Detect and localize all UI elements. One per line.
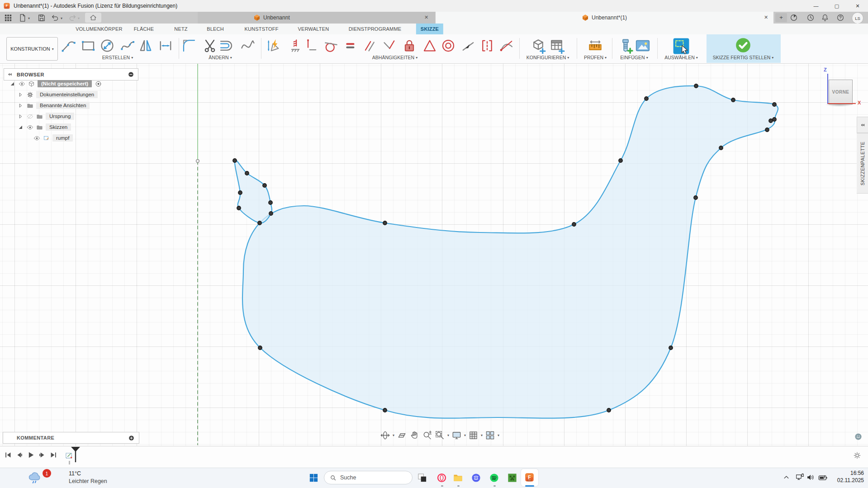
job-status-icon[interactable] bbox=[806, 14, 815, 22]
tab-dienstprogramme[interactable]: DIENSTPROGRAMME bbox=[344, 24, 406, 34]
hide-panel-icon[interactable] bbox=[128, 71, 134, 78]
fit-zoom-icon[interactable] bbox=[435, 430, 445, 441]
browser-row-sketches[interactable]: Skizzen bbox=[4, 122, 71, 133]
pan-icon[interactable] bbox=[409, 430, 420, 441]
edit-curve-tool-icon[interactable] bbox=[239, 38, 257, 54]
expand-closed-icon[interactable] bbox=[17, 102, 24, 109]
close-tab1-icon[interactable]: ✕ bbox=[423, 14, 430, 21]
construction-dropdown[interactable]: KONSTRUKTION▾ bbox=[6, 37, 58, 61]
new-tab-button[interactable]: + bbox=[775, 13, 787, 22]
eye-icon[interactable] bbox=[19, 81, 25, 87]
tab-netz[interactable]: NETZ bbox=[170, 24, 192, 34]
browser-row-label[interactable]: rumpf bbox=[52, 134, 73, 142]
timeline-go-end-icon[interactable] bbox=[49, 450, 58, 460]
midpoint-constraint-icon[interactable] bbox=[459, 38, 477, 54]
rectangle-tool-icon[interactable] bbox=[79, 38, 97, 54]
tab-volumenkoerper[interactable]: VOLUMENKÖRPER bbox=[71, 24, 127, 34]
document-tab-unbenannt[interactable] bbox=[198, 12, 435, 24]
horizontal-vertical-constraint-icon[interactable] bbox=[302, 38, 320, 54]
assistant-icon[interactable] bbox=[854, 432, 863, 441]
grid-settings-icon[interactable] bbox=[468, 430, 479, 441]
opera-gx-icon[interactable] bbox=[436, 473, 447, 483]
undo-caret-icon[interactable]: ▾ bbox=[61, 16, 62, 20]
account-avatar[interactable]: LS bbox=[852, 12, 863, 24]
weather-temperature[interactable]: 11°C bbox=[69, 470, 81, 477]
circle-tool-icon[interactable] bbox=[98, 38, 116, 54]
tab-kunststoff[interactable]: KUNSTSTOFF bbox=[240, 24, 283, 34]
orbit-icon[interactable] bbox=[380, 430, 390, 441]
expand-palette-button[interactable] bbox=[857, 117, 868, 133]
curvature-constraint-icon[interactable] bbox=[498, 38, 516, 54]
browser-row-rumpf[interactable]: rumpf bbox=[4, 133, 73, 143]
select-tool-icon[interactable] bbox=[671, 36, 691, 56]
expand-open-icon[interactable] bbox=[9, 81, 16, 87]
discord-icon[interactable] bbox=[471, 473, 481, 483]
dimension-tool-icon[interactable] bbox=[157, 38, 175, 54]
redo-caret-icon[interactable]: ▾ bbox=[78, 16, 80, 20]
browser-row-origin[interactable]: Ursprung bbox=[4, 111, 74, 122]
tray-chevron-up-icon[interactable] bbox=[783, 474, 790, 481]
spotify-icon[interactable] bbox=[489, 473, 499, 483]
browser-row-label[interactable]: Dokumenteinstellungen bbox=[36, 91, 98, 98]
viewcube[interactable]: VORNE bbox=[829, 80, 853, 104]
sketch-dimension-icon[interactable] bbox=[265, 38, 283, 54]
trim-tool-icon[interactable] bbox=[201, 38, 219, 54]
network-icon[interactable] bbox=[795, 473, 805, 482]
perpendicular-constraint-icon[interactable] bbox=[380, 38, 398, 54]
taskview-icon[interactable] bbox=[417, 473, 427, 483]
fix-constraint-icon[interactable] bbox=[400, 38, 418, 54]
weather-icon[interactable] bbox=[26, 470, 43, 485]
tangent-constraint-icon[interactable] bbox=[322, 38, 340, 54]
insert-image-icon[interactable] bbox=[634, 38, 652, 54]
search-input[interactable]: Suche bbox=[324, 471, 413, 484]
timeline-go-start-icon[interactable] bbox=[4, 450, 13, 460]
home-view-button[interactable] bbox=[85, 13, 101, 23]
timeline-play-icon[interactable] bbox=[26, 450, 35, 460]
mirror-tool-icon[interactable] bbox=[137, 38, 155, 54]
line-tool-icon[interactable] bbox=[60, 38, 78, 54]
browser-row-label[interactable]: Benannte Ansichten bbox=[36, 102, 90, 109]
help-icon[interactable] bbox=[836, 14, 844, 22]
group-auswaehlen[interactable]: AUSWÄHLEN▾ bbox=[664, 55, 698, 60]
browser-row-label[interactable]: Skizzen bbox=[46, 123, 71, 131]
redo-icon[interactable] bbox=[68, 14, 77, 22]
browser-row-label[interactable]: (Nicht gespeichert) bbox=[38, 80, 92, 87]
notifications-bell-icon[interactable] bbox=[821, 14, 829, 22]
undo-icon[interactable] bbox=[51, 14, 60, 22]
concentric-constraint-icon[interactable] bbox=[439, 38, 457, 54]
offset-tool-icon[interactable] bbox=[217, 38, 235, 54]
eye-icon[interactable] bbox=[27, 124, 33, 131]
close-tab2-icon[interactable]: ✕ bbox=[763, 14, 769, 21]
display-settings-icon[interactable] bbox=[451, 430, 462, 441]
orbit-caret-icon[interactable]: ▾ bbox=[393, 433, 394, 437]
finish-sketch-check-icon[interactable] bbox=[734, 36, 752, 54]
add-comment-icon[interactable] bbox=[128, 435, 135, 441]
browser-row-named-views[interactable]: Benannte Ansichten bbox=[4, 100, 90, 111]
maximize-button[interactable]: ▢ bbox=[826, 0, 847, 12]
minimize-button[interactable]: — bbox=[806, 0, 826, 12]
grid-caret-icon[interactable]: ▾ bbox=[481, 433, 483, 437]
sketch-canvas[interactable] bbox=[0, 63, 868, 446]
weather-condition[interactable]: Leichter Regen bbox=[69, 478, 107, 484]
viewports-icon[interactable] bbox=[485, 430, 495, 441]
eye-off-icon[interactable] bbox=[27, 113, 33, 120]
comments-panel[interactable]: KOMMENTARE bbox=[3, 432, 139, 444]
close-button[interactable]: ✕ bbox=[847, 0, 868, 12]
group-konfigurieren[interactable]: KONFIGURIEREN▾ bbox=[526, 55, 569, 60]
zoom-icon[interactable] bbox=[422, 430, 432, 441]
save-icon[interactable] bbox=[37, 14, 46, 22]
new-file-icon[interactable] bbox=[18, 14, 27, 22]
volume-icon[interactable] bbox=[806, 473, 816, 482]
start-button-icon[interactable] bbox=[308, 473, 319, 483]
battery-icon[interactable] bbox=[818, 473, 828, 483]
minecraft-icon[interactable] bbox=[507, 473, 517, 483]
tab-skizze[interactable]: SKIZZE bbox=[416, 24, 443, 34]
taskbar-clock[interactable]: 16:56 02.11.2025 bbox=[831, 469, 864, 484]
browser-row-settings[interactable]: Dokumenteinstellungen bbox=[4, 89, 98, 100]
group-abhaengigkeiten[interactable]: ABHÄNGIGKEITEN▾ bbox=[372, 55, 417, 60]
eye-icon[interactable] bbox=[33, 135, 40, 142]
sketch-palette-tab[interactable]: SKIZZENPALETTE bbox=[857, 133, 868, 194]
measure-tool-icon[interactable] bbox=[586, 38, 604, 54]
timeline-position-marker[interactable] bbox=[70, 446, 81, 464]
timeline-step-forward-icon[interactable] bbox=[38, 450, 47, 460]
